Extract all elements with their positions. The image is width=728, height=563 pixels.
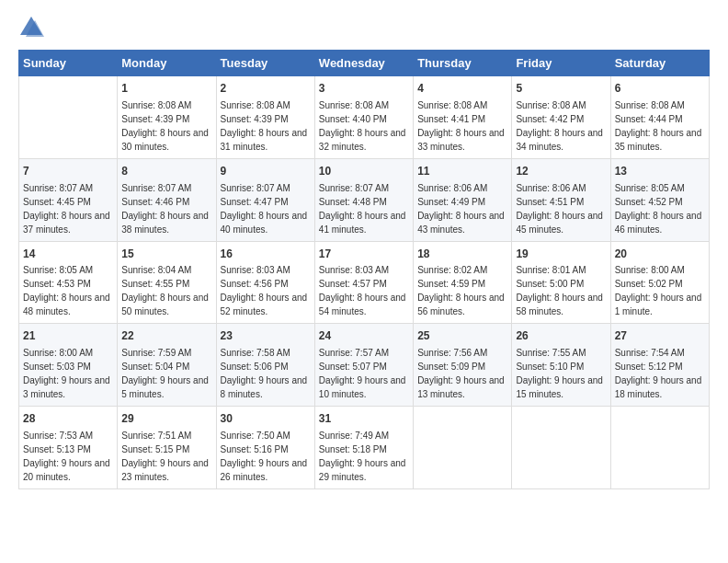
sunrise-info: Sunrise: 7:53 AM — [23, 431, 93, 441]
daylight-info: Daylight: 8 hours and 48 minutes. — [23, 293, 110, 316]
calendar-table: SundayMondayTuesdayWednesdayThursdayFrid… — [18, 50, 710, 489]
sunrise-info: Sunrise: 7:56 AM — [417, 348, 487, 358]
day-number: 14 — [23, 247, 113, 262]
day-cell: 29Sunrise: 7:51 AMSunset: 5:15 PMDayligh… — [118, 407, 216, 489]
day-number: 10 — [319, 164, 409, 179]
sunset-info: Sunset: 5:18 PM — [319, 444, 387, 454]
sunrise-info: Sunrise: 8:00 AM — [615, 265, 685, 275]
day-number: 23 — [221, 328, 311, 344]
day-cell: 26Sunrise: 7:55 AMSunset: 5:10 PMDayligh… — [512, 324, 610, 407]
sunrise-info: Sunrise: 8:08 AM — [516, 100, 586, 110]
sunset-info: Sunset: 4:39 PM — [221, 114, 289, 124]
day-cell: 15Sunrise: 8:04 AMSunset: 4:55 PMDayligh… — [118, 241, 216, 324]
day-cell: 16Sunrise: 8:03 AMSunset: 4:56 PMDayligh… — [216, 241, 314, 324]
day-number: 5 — [516, 81, 606, 97]
sunset-info: Sunset: 5:06 PM — [221, 362, 289, 372]
day-number: 30 — [221, 411, 311, 427]
sunrise-info: Sunrise: 8:08 AM — [319, 100, 389, 110]
sunset-info: Sunset: 4:55 PM — [121, 279, 189, 289]
daylight-info: Daylight: 9 hours and 8 minutes. — [221, 375, 308, 399]
sunset-info: Sunset: 4:48 PM — [319, 197, 387, 207]
day-cell: 2Sunrise: 8:08 AMSunset: 4:39 PMDaylight… — [216, 76, 314, 159]
sunrise-info: Sunrise: 8:02 AM — [417, 265, 487, 275]
sunrise-info: Sunrise: 7:59 AM — [121, 348, 191, 358]
sunrise-info: Sunrise: 8:07 AM — [319, 183, 389, 193]
day-number: 8 — [121, 164, 211, 179]
header — [18, 15, 710, 40]
daylight-info: Daylight: 8 hours and 41 minutes. — [319, 211, 406, 235]
sunset-info: Sunset: 4:41 PM — [417, 114, 485, 124]
daylight-info: Daylight: 8 hours and 43 minutes. — [417, 211, 505, 235]
day-number: 25 — [417, 328, 507, 344]
daylight-info: Daylight: 8 hours and 45 minutes. — [516, 211, 603, 235]
day-cell: 22Sunrise: 7:59 AMSunset: 5:04 PMDayligh… — [118, 324, 216, 407]
daylight-info: Daylight: 8 hours and 38 minutes. — [121, 211, 209, 235]
sunrise-info: Sunrise: 8:08 AM — [417, 100, 487, 110]
day-number: 22 — [121, 328, 211, 344]
day-number: 24 — [319, 328, 409, 344]
sunset-info: Sunset: 4:39 PM — [121, 114, 189, 124]
sunset-info: Sunset: 5:07 PM — [319, 362, 387, 372]
logo-icon — [18, 15, 44, 40]
daylight-info: Daylight: 9 hours and 26 minutes. — [221, 458, 308, 482]
day-cell: 18Sunrise: 8:02 AMSunset: 4:59 PMDayligh… — [414, 241, 512, 324]
daylight-info: Daylight: 8 hours and 52 minutes. — [221, 293, 308, 316]
day-cell: 25Sunrise: 7:56 AMSunset: 5:09 PMDayligh… — [414, 324, 512, 407]
sunset-info: Sunset: 4:49 PM — [417, 197, 485, 207]
sunset-info: Sunset: 5:10 PM — [516, 362, 584, 372]
day-cell — [19, 76, 118, 159]
sunset-info: Sunset: 5:04 PM — [121, 362, 189, 372]
sunrise-info: Sunrise: 8:08 AM — [615, 100, 685, 110]
sunset-info: Sunset: 4:46 PM — [121, 197, 189, 207]
sunrise-info: Sunrise: 7:55 AM — [516, 348, 586, 358]
day-number: 16 — [221, 247, 311, 262]
day-number: 20 — [615, 247, 705, 262]
weekday-header-saturday: Saturday — [610, 51, 709, 76]
week-row-1: 1Sunrise: 8:08 AMSunset: 4:39 PMDaylight… — [19, 76, 710, 159]
weekday-header-row: SundayMondayTuesdayWednesdayThursdayFrid… — [19, 51, 710, 76]
page: SundayMondayTuesdayWednesdayThursdayFrid… — [0, 0, 728, 563]
day-number: 4 — [417, 81, 507, 97]
day-cell — [512, 407, 610, 489]
day-cell: 9Sunrise: 8:07 AMSunset: 4:47 PMDaylight… — [216, 158, 314, 241]
sunrise-info: Sunrise: 7:58 AM — [221, 348, 290, 358]
day-number: 2 — [221, 81, 311, 97]
daylight-info: Daylight: 8 hours and 35 minutes. — [615, 128, 702, 152]
day-cell — [610, 407, 709, 489]
daylight-info: Daylight: 8 hours and 46 minutes. — [615, 211, 702, 235]
day-cell: 19Sunrise: 8:01 AMSunset: 5:00 PMDayligh… — [512, 241, 610, 324]
sunrise-info: Sunrise: 8:05 AM — [615, 183, 685, 193]
sunset-info: Sunset: 5:15 PM — [121, 444, 189, 454]
sunrise-info: Sunrise: 7:50 AM — [221, 431, 290, 441]
daylight-info: Daylight: 8 hours and 33 minutes. — [417, 128, 505, 152]
weekday-header-wednesday: Wednesday — [314, 51, 413, 76]
weekday-header-monday: Monday — [118, 51, 216, 76]
sunrise-info: Sunrise: 8:06 AM — [516, 183, 586, 193]
sunset-info: Sunset: 4:52 PM — [615, 197, 683, 207]
sunrise-info: Sunrise: 8:05 AM — [23, 265, 93, 275]
day-cell: 13Sunrise: 8:05 AMSunset: 4:52 PMDayligh… — [610, 158, 709, 241]
daylight-info: Daylight: 9 hours and 23 minutes. — [121, 458, 209, 482]
sunrise-info: Sunrise: 8:07 AM — [121, 183, 191, 193]
weekday-header-friday: Friday — [512, 51, 610, 76]
sunrise-info: Sunrise: 7:51 AM — [121, 431, 191, 441]
day-cell: 21Sunrise: 8:00 AMSunset: 5:03 PMDayligh… — [19, 324, 118, 407]
sunrise-info: Sunrise: 8:08 AM — [221, 100, 290, 110]
sunset-info: Sunset: 4:51 PM — [516, 197, 584, 207]
sunrise-info: Sunrise: 8:03 AM — [221, 265, 290, 275]
day-cell: 8Sunrise: 8:07 AMSunset: 4:46 PMDaylight… — [118, 158, 216, 241]
sunrise-info: Sunrise: 8:00 AM — [23, 348, 93, 358]
day-number: 19 — [516, 247, 606, 262]
daylight-info: Daylight: 9 hours and 3 minutes. — [23, 375, 110, 399]
sunrise-info: Sunrise: 7:54 AM — [615, 348, 685, 358]
sunset-info: Sunset: 4:47 PM — [221, 197, 289, 207]
daylight-info: Daylight: 9 hours and 18 minutes. — [615, 375, 702, 399]
day-number: 3 — [319, 81, 409, 97]
day-cell: 6Sunrise: 8:08 AMSunset: 4:44 PMDaylight… — [610, 76, 709, 159]
day-number: 11 — [417, 164, 507, 179]
daylight-info: Daylight: 8 hours and 32 minutes. — [319, 128, 406, 152]
sunrise-info: Sunrise: 8:01 AM — [516, 265, 586, 275]
daylight-info: Daylight: 8 hours and 58 minutes. — [516, 293, 603, 316]
daylight-info: Daylight: 8 hours and 31 minutes. — [221, 128, 308, 152]
daylight-info: Daylight: 8 hours and 50 minutes. — [121, 293, 209, 316]
